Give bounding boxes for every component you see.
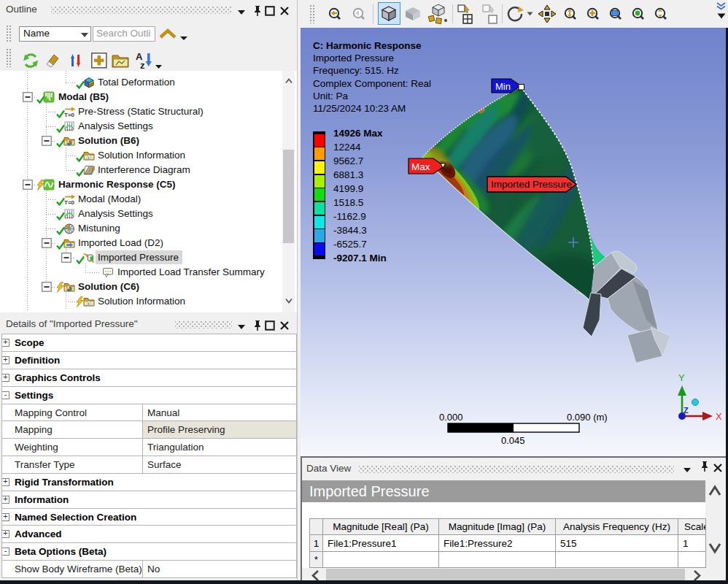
svg-text:0.000: 0.000 [439, 412, 463, 423]
svg-text:T=0: T=0 [64, 112, 75, 118]
svg-text:Imported Pressure: Imported Pressure [491, 179, 572, 190]
svg-text:i: i [88, 301, 90, 306]
svg-text:X: X [716, 411, 722, 422]
svg-text:0.045: 0.045 [501, 435, 525, 446]
svg-text:Min: Min [495, 81, 511, 92]
svg-text:z: z [140, 60, 145, 70]
svg-text:Y: Y [678, 372, 685, 383]
svg-text:i: i [88, 155, 90, 160]
svg-text:T=0: T=0 [64, 199, 75, 206]
svg-text:0.090 (m): 0.090 (m) [567, 412, 608, 423]
svg-text:Max: Max [411, 161, 430, 172]
